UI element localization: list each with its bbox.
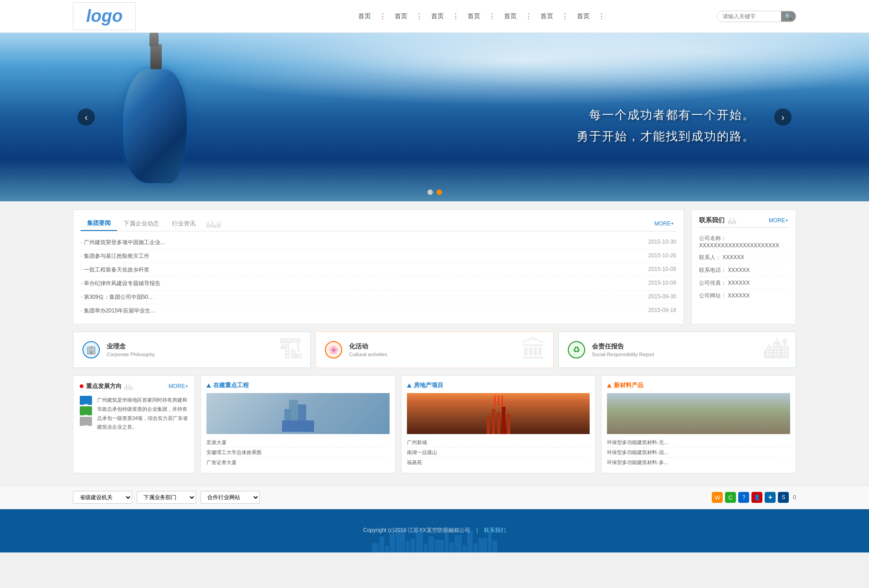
icon-help[interactable]: ?: [738, 492, 749, 503]
banner-rock: [109, 69, 201, 201]
project-col-materials: 新材料产品 环保型多功能建筑材料-无... 环保型多功能建筑材料-混... 环保…: [601, 375, 796, 473]
banner-text-area: 每一个成功者都有一个开始。 勇于开始，才能找到成功的路。: [576, 107, 755, 144]
news-date-2: 2015-10-09: [648, 266, 676, 274]
logo-text: logo: [86, 6, 123, 26]
tab-subsidiary[interactable]: 下属企业动态: [117, 217, 165, 230]
project-realestate-title: 房地产项目: [414, 381, 443, 389]
news-title-0: · 广州建筑荣登多项中国施工企业...: [81, 239, 165, 246]
project-construction-item-1[interactable]: 安徽理工大学总体效果图: [206, 448, 390, 458]
philosophy-title: 业理念: [107, 343, 155, 351]
project-materials-item-2[interactable]: 环保型多功能建筑材料-多...: [607, 458, 790, 467]
news-title-3: · 举办纪律作风建设专题辅导报告: [81, 280, 160, 287]
news-item-4[interactable]: · 第309位：集团公司中国50... 2015-09-30: [81, 291, 676, 304]
news-contact-row: 集团要闻 下属企业动态 行业资讯 MORE+ · 广州建筑荣登多项中国施工企业.…: [73, 210, 796, 324]
logo-box[interactable]: logo: [73, 2, 136, 30]
contact-label-2: 联系电话：: [699, 267, 726, 273]
contact-label-1: 联系人：: [699, 254, 721, 261]
contact-item-2: 联系电话： XXXXXX: [699, 264, 788, 277]
project-col-construction: 在建重点工程 宏鼎大厦 安徽理工大学总体效果图 广发证券大厦: [201, 375, 396, 473]
icon-share[interactable]: S: [778, 492, 789, 503]
news-item-5[interactable]: · 集团举办2015年应届毕业生... 2015-09-18: [81, 304, 676, 317]
dev-tab-realestate[interactable]: 房地产开发: [80, 406, 92, 415]
footer-copyright: Copyright (c)2016 江苏XX某空防股融箱公司 ｜ 联系我们: [0, 523, 869, 534]
icon-user[interactable]: 👤: [751, 492, 762, 503]
nav-item-6[interactable]: 首页: [532, 12, 561, 20]
project-construction-list: 宏鼎大厦 安徽理工大学总体效果图 广发证券大厦: [206, 438, 390, 467]
news-date-0: 2015-10-30: [648, 239, 676, 246]
responsibility-text: 会责任报告 Social Responsibility Report: [592, 343, 654, 357]
main-content: 集团要闻 下属企业动态 行业资讯 MORE+ · 广州建筑荣登多项中国施工企业.…: [0, 201, 869, 485]
project-materials-list: 环保型多功能建筑材料-无... 环保型多功能建筑材料-混... 环保型多功能建筑…: [607, 438, 790, 467]
dev-tab-construction[interactable]: 工程建设与服务: [80, 396, 92, 405]
news-item-3[interactable]: · 举办纪律作风建设专题辅导报告 2015-10-09: [81, 277, 676, 291]
icon-weibo[interactable]: W: [712, 492, 723, 503]
project-materials-item-1[interactable]: 环保型多功能建筑材料-混...: [607, 448, 790, 458]
feature-box-responsibility[interactable]: ♻ 会责任报告 Social Responsibility Report 🏙: [558, 332, 796, 368]
contact-value-0: XXXXXXXXXXXXXXXXXXXXXX: [699, 242, 779, 249]
banner-text2: 勇于开始，才能找到成功的路。: [576, 128, 755, 144]
dev-vertical-tabs: 工程建设与服务 房地产开发 新材料研发与经营: [80, 396, 92, 455]
contact-label-3: 公司传真：: [699, 280, 726, 286]
contact-item-1: 联系人： XXXXXX: [699, 251, 788, 264]
banner: 每一个成功者都有一个开始。 勇于开始，才能找到成功的路。 ‹ ›: [0, 33, 869, 201]
select-department[interactable]: 下属业务部门: [137, 491, 196, 504]
nav-item-4[interactable]: 首页: [459, 12, 488, 20]
tab-industry[interactable]: 行业资讯: [165, 217, 202, 230]
feature-box-culture[interactable]: 🌸 化活动 Cultural activities 🏛: [315, 332, 553, 368]
red-dot-icon: [80, 384, 83, 388]
dev-projects-row: 重点发展方向 MORE+ 工程建设与服务 房地产开发 新材料研发与经营 广州建筑…: [73, 375, 796, 473]
project-realestate-item-2[interactable]: 福基苑: [407, 458, 590, 467]
banner-dot-2[interactable]: [437, 189, 442, 195]
philosophy-text: 业理念 Corporate Philosophy: [107, 343, 155, 357]
philosophy-icon: 🏢: [82, 341, 100, 358]
project-realestate-item-0[interactable]: 广州新城: [407, 438, 590, 448]
contact-item-0: 公司名称： XXXXXXXXXXXXXXXXXXXXXX: [699, 232, 788, 251]
news-skyline-deco: [206, 220, 648, 228]
select-provincial[interactable]: 省级建设机关: [73, 491, 132, 504]
news-item-2[interactable]: · 一批工程装备天佐故乡杆奖 2015-10-09: [81, 263, 676, 277]
tab-group-news[interactable]: 集团要闻: [81, 216, 117, 231]
feature-box-philosophy[interactable]: 🏢 业理念 Corporate Philosophy 🏗: [73, 332, 311, 368]
search-button[interactable]: 🔍: [781, 11, 796, 21]
footer-contact-link[interactable]: 联系我们: [484, 527, 506, 533]
project-materials-item-0[interactable]: 环保型多功能建筑材料-无...: [607, 438, 790, 448]
contact-section: 联系我们 MORE+ 公司名称： XXXXXXXXXXXXXXXXXXXXXX …: [691, 210, 796, 324]
culture-icon: 🌸: [325, 341, 342, 358]
contact-header: 联系我们 MORE+: [699, 216, 788, 228]
banner-next-button[interactable]: ›: [774, 108, 792, 126]
icon-add[interactable]: +: [765, 492, 776, 503]
contact-more-link[interactable]: MORE+: [769, 217, 788, 224]
culture-title: 化活动: [349, 343, 387, 351]
contact-value-1: XXXXXX: [722, 254, 744, 261]
icon-wechat[interactable]: C: [725, 492, 736, 503]
culture-deco: 🏛: [521, 335, 546, 364]
banner-prev-button[interactable]: ‹: [77, 108, 95, 126]
search-input[interactable]: [717, 11, 781, 21]
project-realestate-item-1[interactable]: 南湖一品珑山: [407, 448, 590, 458]
nav-item-5[interactable]: 首页: [496, 12, 525, 20]
banner-dots: [427, 189, 442, 195]
nav-item-7[interactable]: 首页: [569, 12, 598, 20]
responsibility-deco: 🏙: [764, 335, 789, 364]
footer-count: 0: [793, 494, 796, 501]
contact-title: 联系我们: [699, 216, 725, 225]
dev-content: 工程建设与服务 房地产开发 新材料研发与经营 广州建筑是华南地区首家同时持有房建…: [80, 396, 188, 455]
dev-tab-materials[interactable]: 新材料研发与经营: [80, 417, 92, 426]
nav-item-2[interactable]: 首页: [386, 12, 416, 20]
contact-value-4: XXXXXX: [728, 292, 750, 299]
dev-more-link[interactable]: MORE+: [169, 383, 188, 389]
nav-menu: 首页 ⋮ 首页 ⋮ 首页 ⋮ 首页 ⋮ 首页 ⋮ 首页 ⋮ 首页 ⋮: [159, 12, 796, 20]
nav-sep-7: ⋮: [598, 12, 605, 20]
news-item-1[interactable]: · 集团参与基江抢险救灾工作 2015-10-26: [81, 250, 676, 263]
project-realestate-img: [407, 393, 590, 434]
select-partner[interactable]: 合作行业网站: [201, 491, 260, 504]
news-more-link[interactable]: MORE+: [652, 220, 676, 227]
philosophy-deco: 🏗: [278, 335, 303, 364]
nav-item-3[interactable]: 首页: [423, 12, 452, 20]
project-construction-item-0[interactable]: 宏鼎大厦: [206, 438, 390, 448]
banner-dot-1[interactable]: [427, 189, 433, 195]
nav-item-1[interactable]: 首页: [350, 12, 379, 20]
project-construction-item-2[interactable]: 广发证券大厦: [206, 458, 390, 467]
news-item-0[interactable]: · 广州建筑荣登多项中国施工企业... 2015-10-30: [81, 236, 676, 250]
contact-item-4: 公司网址： XXXXXX: [699, 290, 788, 302]
